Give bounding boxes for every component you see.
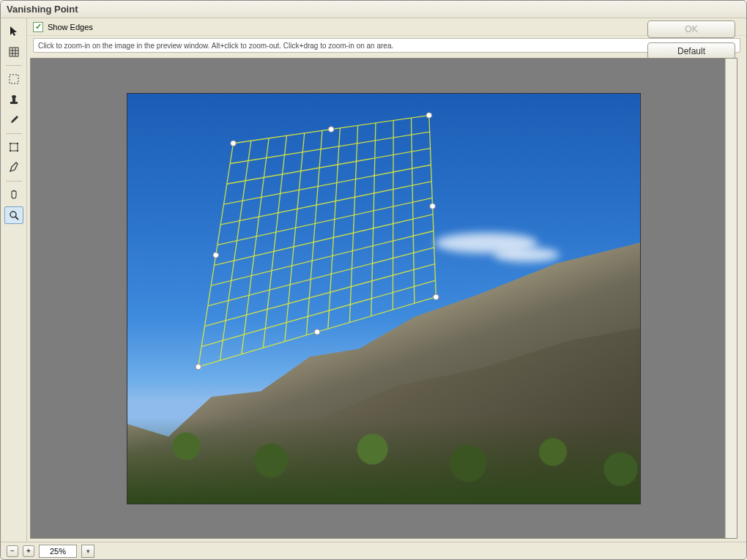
svg-line-30 [227,148,431,184]
svg-line-38 [201,280,435,346]
svg-rect-6 [10,102,18,104]
ok-button[interactable]: OK [647,20,735,38]
svg-line-19 [263,135,286,348]
show-edges-checkbox[interactable]: ✓ [33,22,43,32]
brush-tool[interactable] [4,111,23,129]
svg-line-26 [412,118,415,303]
svg-point-47 [213,252,219,258]
tool-separator [6,133,22,134]
brush-icon [8,114,20,126]
svg-point-46 [314,329,320,335]
perspective-grid[interactable] [149,108,457,416]
stamp-icon [8,94,20,105]
svg-line-25 [393,120,393,310]
window-title: Vanishing Point [7,4,78,15]
marquee-tool[interactable] [4,70,23,88]
cursor-icon [8,26,20,37]
options-bar: ✓ Show Edges [27,18,746,36]
svg-line-21 [306,130,322,335]
zoom-in-button[interactable]: + [23,545,34,557]
show-edges-label: Show Edges [48,23,93,31]
svg-line-15 [15,217,18,220]
svg-line-20 [285,132,305,341]
marquee-icon [8,73,20,85]
svg-point-40 [231,140,237,146]
svg-line-18 [242,138,269,354]
svg-line-17 [220,141,251,360]
vertical-scrollbar[interactable] [725,59,737,538]
zoom-dropdown[interactable] [81,545,94,558]
svg-point-14 [10,212,16,217]
svg-point-45 [430,203,436,209]
hand-tool[interactable] [4,186,23,204]
svg-rect-9 [10,143,18,151]
edit-plane-tool[interactable] [4,23,23,40]
eyedropper-tool[interactable] [4,159,23,176]
svg-rect-12 [10,150,11,152]
svg-line-24 [371,122,376,316]
svg-rect-13 [17,150,18,152]
svg-point-8 [12,95,16,98]
zoom-out-button[interactable]: − [7,545,18,557]
window-titlebar: Vanishing Point [1,1,746,18]
zoom-icon [8,209,20,221]
svg-line-31 [224,165,431,204]
transform-icon [8,141,20,153]
svg-line-22 [328,127,340,328]
svg-line-36 [208,247,434,306]
footer-bar: − + 25% [1,542,746,559]
hint-text: Click to zoom-in on the image in the pre… [33,38,740,53]
svg-point-44 [328,126,334,132]
image-preview [127,94,640,504]
eyedropper-icon [8,162,20,173]
svg-rect-11 [17,143,18,144]
preview-canvas[interactable] [30,58,737,539]
grid-icon [8,46,20,58]
zoom-display: 25% [39,545,77,558]
svg-line-29 [230,132,429,163]
create-plane-tool[interactable] [4,43,23,61]
svg-rect-10 [10,143,11,144]
tool-separator [6,65,22,66]
zoom-tool[interactable] [4,206,23,224]
hand-icon [8,189,20,201]
svg-point-43 [196,364,201,370]
tool-separator [6,181,22,182]
svg-point-42 [434,294,439,299]
transform-tool[interactable] [4,138,23,156]
svg-line-23 [349,125,357,322]
svg-line-37 [204,264,434,326]
svg-rect-5 [10,75,18,83]
svg-line-32 [220,181,431,224]
stamp-tool[interactable] [4,91,23,108]
svg-line-33 [218,198,432,244]
tool-palette [1,18,27,542]
svg-rect-0 [10,48,18,56]
svg-point-41 [426,112,432,118]
